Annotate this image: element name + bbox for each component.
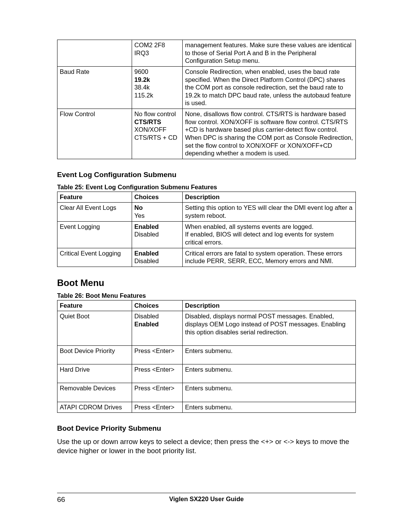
- choice-option: CTS/RTS + CD: [134, 134, 177, 141]
- cell-description: Enters submenu.: [183, 364, 356, 383]
- table-row: COM2 2F8 IRQ3management features. Make s…: [57, 40, 356, 67]
- boot-priority-paragraph: Use the up or down arrow keys to select …: [57, 437, 356, 455]
- cell-description: Enters submenu.: [183, 383, 356, 402]
- choice-option: Disabled: [134, 231, 159, 238]
- table25-caption: Table 25: Event Log Configuration Submen…: [57, 184, 356, 191]
- choice-option: Enabled: [134, 321, 159, 328]
- cell-feature: [57, 40, 132, 67]
- cell-choices: Press <Enter>: [132, 345, 183, 364]
- cell-description: Disabled, displays normal POST messages.…: [183, 311, 356, 346]
- cell-description: Critical errors are fatal to system oper…: [183, 248, 356, 267]
- cell-description: None, disallows flow control. CTS/RTS is…: [183, 109, 356, 159]
- cell-choices: 960019.2k38.4k115.2k: [132, 66, 183, 109]
- choice-option: 115.2k: [134, 92, 153, 99]
- col-choices: Choices: [132, 192, 183, 203]
- cell-choices: COM2 2F8 IRQ3: [132, 40, 183, 67]
- cell-choices: Press <Enter>: [132, 383, 183, 402]
- choice-option: Enabled: [134, 250, 159, 257]
- choice-option: No: [134, 204, 143, 211]
- choice-option: CTS/RTS: [134, 118, 161, 125]
- table-row: Removable DevicesPress <Enter>Enters sub…: [57, 383, 356, 402]
- cell-description: Console Redirection, when enabled, uses …: [183, 66, 356, 109]
- choice-option: XON/XOFF: [134, 126, 166, 133]
- cell-feature: Event Logging: [57, 221, 132, 248]
- cell-description: Enters submenu.: [183, 345, 356, 364]
- col-choices: Choices: [132, 300, 183, 311]
- table-row: Baud Rate960019.2k38.4k115.2kConsole Red…: [57, 66, 356, 109]
- cell-feature: Baud Rate: [57, 66, 132, 109]
- col-feature: Feature: [57, 300, 132, 311]
- cell-choices: NoYes: [132, 203, 183, 221]
- table-row: Boot Device PriorityPress <Enter>Enters …: [57, 345, 356, 364]
- cell-choices: EnabledDisabled: [132, 248, 183, 267]
- choice-option: 9600: [134, 68, 148, 75]
- choice-option: Press <Enter>: [134, 404, 174, 411]
- table-row: Hard DrivePress <Enter>Enters submenu.: [57, 364, 356, 383]
- cell-description: management features. Make sure these val…: [183, 40, 356, 67]
- choice-option: COM2 2F8 IRQ3: [134, 42, 165, 56]
- cell-feature: Hard Drive: [57, 364, 132, 383]
- col-feature: Feature: [57, 192, 132, 203]
- col-desc: Description: [183, 192, 356, 203]
- cell-feature: Quiet Boot: [57, 311, 132, 346]
- choice-option: Enabled: [134, 223, 159, 230]
- cell-feature: ATAPI CDROM Drives: [57, 402, 132, 413]
- boot-menu-heading: Boot Menu: [57, 278, 356, 288]
- cell-choices: No flow controlCTS/RTSXON/XOFFCTS/RTS + …: [132, 109, 183, 159]
- table-row: Critical Event LoggingEnabledDisabledCri…: [57, 248, 356, 267]
- choice-option: Press <Enter>: [134, 347, 174, 354]
- cell-description: Enters submenu.: [183, 402, 356, 413]
- cell-feature: Clear All Event Logs: [57, 203, 132, 221]
- choice-option: Press <Enter>: [134, 366, 174, 373]
- table-row: Quiet BootDisabledEnabledDisabled, displ…: [57, 311, 356, 346]
- table-row: Flow ControlNo flow controlCTS/RTSXON/XO…: [57, 109, 356, 159]
- col-desc: Description: [183, 300, 356, 311]
- choice-option: Disabled: [134, 313, 159, 320]
- event-log-table: Feature Choices Description Clear All Ev…: [57, 192, 356, 267]
- cell-feature: Removable Devices: [57, 383, 132, 402]
- choice-option: No flow control: [134, 110, 176, 117]
- cell-choices: Press <Enter>: [132, 402, 183, 413]
- table-row: ATAPI CDROM DrivesPress <Enter>Enters su…: [57, 402, 356, 413]
- boot-priority-heading: Boot Device Priority Submenu: [57, 424, 356, 433]
- console-redirect-table-tail: COM2 2F8 IRQ3management features. Make s…: [57, 40, 356, 159]
- table-row: Clear All Event LogsNoYesSetting this op…: [57, 203, 356, 221]
- cell-description: Setting this option to YES will clear th…: [183, 203, 356, 221]
- cell-choices: DisabledEnabled: [132, 311, 183, 346]
- cell-description: When enabled, all systems events are log…: [183, 221, 356, 248]
- cell-feature: Flow Control: [57, 109, 132, 159]
- cell-feature: Critical Event Logging: [57, 248, 132, 267]
- choice-option: 38.4k: [134, 84, 150, 91]
- choice-option: Disabled: [134, 257, 159, 264]
- choice-option: Press <Enter>: [134, 385, 174, 391]
- table26-caption: Table 26: Boot Menu Features: [57, 292, 356, 299]
- table-row: Event LoggingEnabledDisabledWhen enabled…: [57, 221, 356, 248]
- cell-feature: Boot Device Priority: [57, 345, 132, 364]
- footer-title: Viglen SX220 User Guide: [57, 495, 356, 503]
- page-footer: 66 Viglen SX220 User Guide: [57, 493, 356, 504]
- event-log-heading: Event Log Configuration Submenu: [57, 171, 356, 179]
- cell-choices: EnabledDisabled: [132, 221, 183, 248]
- boot-menu-table: Feature Choices Description Quiet BootDi…: [57, 300, 356, 413]
- cell-choices: Press <Enter>: [132, 364, 183, 383]
- choice-option: Yes: [134, 212, 145, 219]
- choice-option: 19.2k: [134, 76, 150, 83]
